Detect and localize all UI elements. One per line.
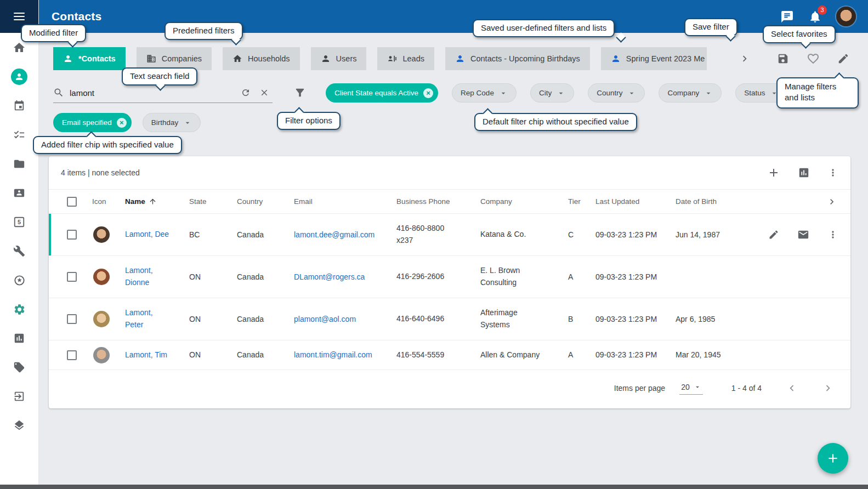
- contact-email-link[interactable]: lamont.tim@gmail.com: [294, 350, 372, 359]
- favorites-heart-icon[interactable]: [807, 52, 820, 65]
- items-per-page-select[interactable]: 20: [679, 382, 703, 395]
- tasks-icon[interactable]: [13, 128, 26, 141]
- bell-icon[interactable]: 3: [808, 10, 822, 24]
- tab-contacts[interactable]: *Contacts: [53, 47, 126, 70]
- featured-icon[interactable]: [13, 274, 26, 287]
- tools-icon[interactable]: [13, 244, 26, 258]
- contact-email-link[interactable]: plamont@aol.com: [294, 315, 356, 323]
- user-avatar[interactable]: [836, 7, 856, 26]
- row-actions: [756, 229, 850, 241]
- chat-icon[interactable]: [780, 10, 794, 24]
- calendar-icon[interactable]: [13, 99, 26, 112]
- contact-avatar[interactable]: [93, 347, 110, 363]
- contact-name-link[interactable]: Lamont, Peter: [125, 307, 171, 331]
- kebab-menu-icon[interactable]: [827, 229, 838, 240]
- column-dob[interactable]: Date of Birth: [676, 197, 756, 206]
- tabs-scroll-right-icon[interactable]: [739, 53, 751, 65]
- add-contact-fab[interactable]: [818, 443, 848, 474]
- sidebar-icons: 5: [0, 33, 38, 432]
- row-checkbox[interactable]: [67, 314, 77, 324]
- select-all-checkbox[interactable]: [67, 197, 77, 207]
- contact-avatar[interactable]: [93, 311, 110, 327]
- home-icon[interactable]: [13, 41, 26, 54]
- save-filter-icon[interactable]: [777, 53, 789, 65]
- chip-rep-code[interactable]: Rep Code: [452, 83, 517, 103]
- column-updated[interactable]: Last Updated: [595, 197, 676, 206]
- contact-avatar[interactable]: [93, 226, 110, 243]
- callout-filter-options: Filter options: [277, 112, 341, 130]
- search-input[interactable]: [70, 88, 235, 98]
- chip-city[interactable]: City: [530, 83, 574, 103]
- chip-company[interactable]: Company: [659, 83, 722, 103]
- callout-default-filter-chip: Default filter chip without specified va…: [474, 113, 637, 131]
- more-columns-icon[interactable]: [756, 196, 850, 207]
- add-plus-icon[interactable]: [767, 166, 780, 179]
- tab-companies[interactable]: Companies: [137, 47, 212, 70]
- tags-icon[interactable]: [13, 361, 26, 374]
- column-email[interactable]: Email: [294, 197, 396, 206]
- filter-chip-row-2: Email specified × Birthday: [53, 113, 201, 132]
- column-phone[interactable]: Business Phone: [396, 197, 480, 206]
- window-bottom-edge: [0, 485, 868, 489]
- contact-avatar[interactable]: [93, 269, 110, 285]
- contact-name-link[interactable]: Lamont, Tim: [125, 349, 167, 361]
- edit-pencil-icon[interactable]: [768, 229, 779, 240]
- caret-down-icon: [704, 89, 713, 98]
- tab-label: *Contacts: [78, 54, 116, 63]
- tab-users[interactable]: Users: [311, 47, 367, 70]
- row-checkbox[interactable]: [67, 230, 77, 240]
- chevron-right-icon[interactable]: [822, 382, 834, 394]
- tab-leads[interactable]: Leads: [377, 47, 434, 70]
- chip-client-state[interactable]: Client State equals Active ×: [326, 83, 438, 103]
- row-checkbox[interactable]: [67, 350, 77, 360]
- contact-email-link[interactable]: lamont.dee@gmail.com: [294, 230, 375, 239]
- column-state[interactable]: State: [189, 197, 237, 206]
- remove-chip-icon[interactable]: ×: [117, 118, 127, 128]
- cell-phone: 416-860-8800 x237: [396, 223, 451, 246]
- refresh-icon[interactable]: [241, 88, 251, 98]
- column-company[interactable]: Company: [480, 197, 568, 206]
- address-book-icon[interactable]: [13, 186, 26, 200]
- cell-updated: 09-03-23 1:23 PM: [595, 349, 676, 361]
- chip-birthday[interactable]: Birthday: [143, 113, 201, 132]
- column-name[interactable]: Name: [125, 197, 189, 206]
- layers-icon[interactable]: [13, 419, 26, 432]
- chip-label: Rep Code: [461, 89, 494, 97]
- tab-saved-upcoming-birthdays[interactable]: Contacts - Upcoming Birthdays: [445, 47, 590, 70]
- clear-search-icon[interactable]: [259, 88, 269, 98]
- contacts-icon[interactable]: [11, 69, 27, 85]
- chip-label: Company: [667, 89, 699, 97]
- settings-icon[interactable]: [13, 303, 26, 316]
- chip-country[interactable]: Country: [588, 83, 645, 103]
- callout-text-search-field: Text search field: [122, 67, 197, 86]
- chip-email-specified[interactable]: Email specified ×: [53, 113, 132, 132]
- column-tier[interactable]: Tier: [568, 197, 595, 206]
- remove-chip-icon[interactable]: ×: [423, 88, 433, 98]
- top-bar: Contacts 3: [39, 0, 868, 33]
- column-chart-icon[interactable]: [798, 167, 810, 179]
- cell-company: E. L. Brown Consulting: [480, 265, 544, 288]
- cell-phone: 416-640-6496: [396, 313, 444, 325]
- contact-name-link[interactable]: Lamont, Dee: [125, 229, 169, 241]
- chip-label: Client State equals Active: [334, 89, 418, 97]
- column-country[interactable]: Country: [237, 197, 294, 206]
- kebab-menu-icon[interactable]: [827, 167, 838, 178]
- tab-saved-spring-event[interactable]: Spring Event 2023 Me: [601, 47, 707, 70]
- contact-name-link[interactable]: Lamont, Dionne: [125, 265, 171, 288]
- row-checkbox[interactable]: [67, 272, 77, 282]
- opportunities-icon[interactable]: 5: [13, 215, 26, 229]
- email-envelope-icon[interactable]: [797, 229, 809, 241]
- edit-pencil-icon[interactable]: [837, 53, 849, 65]
- caret-down-icon: [183, 118, 192, 127]
- tab-label: Spring Event 2023 Me: [626, 54, 705, 63]
- reports-icon[interactable]: [13, 332, 26, 345]
- contact-email-link[interactable]: DLamont@rogers.ca: [294, 272, 365, 281]
- chevron-left-icon[interactable]: [786, 382, 798, 394]
- items-per-page-label: Items per page: [614, 384, 665, 393]
- callout-added-filter-chip: Added filter chip with specified value: [33, 136, 182, 154]
- filter-funnel-icon[interactable]: [294, 87, 306, 99]
- logout-icon[interactable]: [13, 390, 26, 403]
- tab-households[interactable]: Households: [223, 47, 300, 70]
- folder-icon[interactable]: [13, 157, 26, 170]
- callout-manage-filters: Manage filters and lists: [776, 77, 859, 109]
